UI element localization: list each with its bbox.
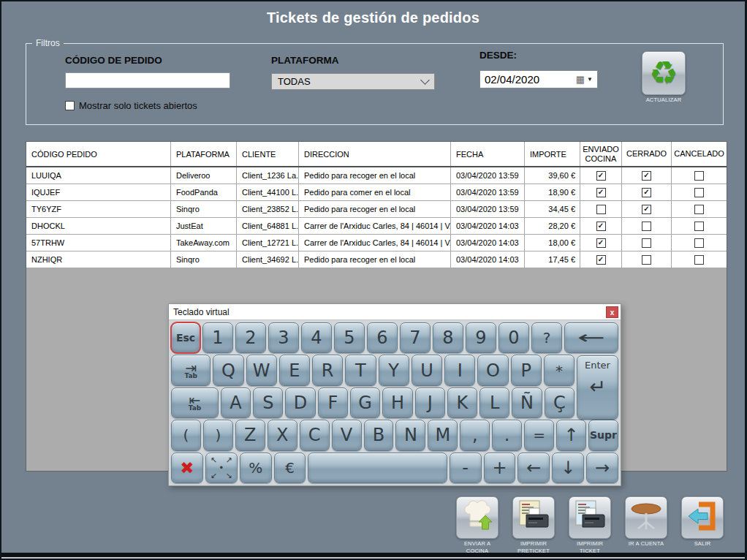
cancelado-checkbox[interactable] <box>694 188 704 197</box>
key-V[interactable]: V <box>332 420 362 450</box>
key-1[interactable]: 1 <box>202 322 233 353</box>
cancelado-checkbox[interactable] <box>694 255 704 265</box>
key-close-paren[interactable]: ) <box>203 420 233 450</box>
cancelado-checkbox[interactable] <box>694 222 704 231</box>
key-P[interactable]: P <box>511 355 542 385</box>
column-header-3[interactable]: DIRECCION <box>299 142 451 166</box>
key-0[interactable]: 0 <box>498 322 529 353</box>
key-O[interactable]: O <box>477 355 508 385</box>
table-row[interactable]: IQUJEFFoodPandaClient_44100 L...Pedido p… <box>26 184 727 201</box>
key-F[interactable]: F <box>318 387 348 418</box>
mostrar-tickets-abiertos-checkbox[interactable] <box>65 101 75 110</box>
key-2[interactable]: 2 <box>235 322 266 353</box>
key-arrow-right[interactable]: → <box>586 453 618 483</box>
cerrado-checkbox[interactable]: ✓ <box>642 171 651 181</box>
key-move[interactable]: ↖↗↙↘• <box>205 453 238 483</box>
key-S[interactable]: S <box>253 387 283 418</box>
cerrado-checkbox[interactable] <box>642 238 651 248</box>
column-header-4[interactable]: FECHA <box>451 142 525 166</box>
table-row[interactable]: LUUIQADeliverooClient_1236 La...Pedido p… <box>26 167 727 184</box>
enviado-checkbox[interactable]: ✓ <box>596 171 606 181</box>
key-6[interactable]: 6 <box>367 322 398 353</box>
enviado-checkbox[interactable]: ✓ <box>596 188 606 197</box>
key-9[interactable]: 9 <box>466 322 496 353</box>
column-header-1[interactable]: PLATAFORMA <box>171 142 237 166</box>
cancelado-checkbox[interactable] <box>694 171 704 181</box>
key-enter[interactable]: Enter↵ <box>577 355 618 420</box>
key-D[interactable]: D <box>285 387 315 418</box>
column-header-8[interactable]: CANCELADO <box>672 142 727 166</box>
cancelado-checkbox[interactable] <box>694 205 704 214</box>
key-U[interactable]: U <box>412 355 442 385</box>
enviado-checkbox[interactable]: ✓ <box>596 238 606 248</box>
key-tab[interactable]: ⇥Tab <box>171 355 211 385</box>
column-header-2[interactable]: CLIENTE <box>237 142 299 166</box>
column-header-6[interactable]: ENVIADO COCINA <box>580 142 622 166</box>
table-row[interactable]: TY6YZFSinqroClient_23852 L...Pedido para… <box>26 201 727 218</box>
key-X[interactable]: X <box>268 420 297 450</box>
cerrado-checkbox[interactable] <box>642 255 651 265</box>
key-J[interactable]: J <box>415 387 445 418</box>
key-W[interactable]: W <box>246 355 277 385</box>
key-minus[interactable]: - <box>450 453 482 483</box>
cerrado-checkbox[interactable]: ✓ <box>642 205 651 214</box>
salir-button[interactable]: SALIR <box>681 496 724 555</box>
enviado-checkbox[interactable] <box>596 205 606 214</box>
key-C[interactable]: C <box>300 420 330 450</box>
key-G[interactable]: G <box>350 387 380 418</box>
ir-a-cuenta-button[interactable]: IR A CUENTA <box>625 496 667 555</box>
key-L[interactable]: L <box>479 387 509 418</box>
key-arrow-up[interactable]: ↑ <box>556 420 586 450</box>
key-percent[interactable]: % <box>240 453 272 483</box>
key-Q[interactable]: Q <box>213 355 243 385</box>
key-H[interactable]: H <box>382 387 412 418</box>
desde-date-picker[interactable]: 02/04/2020 ▦ ▼ <box>479 70 598 88</box>
key-5[interactable]: 5 <box>334 322 365 353</box>
key-3[interactable]: 3 <box>268 322 299 353</box>
table-row[interactable]: DHOCKLJustEatClient_64881 L...Carrer de … <box>26 218 727 235</box>
key-backspace[interactable]: ← <box>564 322 618 353</box>
table-row[interactable]: NZHIQRSinqroClient_34692 L...Pedido para… <box>26 251 727 268</box>
key-question[interactable]: ? <box>531 322 562 353</box>
enviar-a-cocina-button[interactable]: ENVIAR A COCINA <box>456 496 498 555</box>
key-Ç[interactable]: Ç <box>545 387 575 418</box>
plataforma-select[interactable]: TODAS <box>271 73 435 90</box>
imprimir-preticket-button[interactable]: IMPRIMIR PRETICKET <box>512 496 555 555</box>
codigo-pedido-input[interactable] <box>65 72 230 88</box>
key-esc[interactable]: Esc <box>171 322 200 353</box>
key-Ñ[interactable]: Ñ <box>512 387 542 418</box>
key-I[interactable]: I <box>444 355 475 385</box>
key-R[interactable]: R <box>312 355 343 385</box>
column-header-0[interactable]: CÓDIGO PEDIDO <box>26 142 171 166</box>
key-7[interactable]: 7 <box>400 322 431 353</box>
key-T[interactable]: T <box>345 355 376 385</box>
key-supr[interactable]: Supr <box>588 420 618 450</box>
key-space[interactable] <box>308 453 447 483</box>
key-4[interactable]: 4 <box>301 322 332 353</box>
key-euro[interactable]: € <box>274 453 306 483</box>
key-equals[interactable]: = <box>524 420 554 450</box>
key-arrow-left[interactable]: ← <box>517 453 550 483</box>
key-K[interactable]: K <box>447 387 477 418</box>
key-Z[interactable]: Z <box>235 420 265 450</box>
key-Y[interactable]: Y <box>379 355 409 385</box>
key-A[interactable]: A <box>221 387 251 418</box>
imprimir-ticket-button[interactable]: IMPRIMIR TICKET <box>569 496 611 555</box>
cancelado-checkbox[interactable] <box>694 238 704 248</box>
key-B[interactable]: B <box>364 420 394 450</box>
cerrado-checkbox[interactable] <box>642 222 651 231</box>
column-header-5[interactable]: IMPORTE <box>525 142 580 166</box>
key-comma[interactable]: , <box>460 420 490 450</box>
close-icon[interactable]: x <box>606 306 618 318</box>
key-M[interactable]: M <box>428 420 458 450</box>
key-8[interactable]: 8 <box>433 322 463 353</box>
table-row[interactable]: 57TRHWTakeAway.comClient_12721 L...Carre… <box>26 235 727 251</box>
dialog-titlebar[interactable]: Teclado virtual x <box>169 304 621 320</box>
enviado-checkbox[interactable]: ✓ <box>596 222 606 231</box>
enviado-checkbox[interactable]: ✓ <box>596 255 606 265</box>
key-open-paren[interactable]: ( <box>171 420 201 450</box>
key-N[interactable]: N <box>395 420 425 450</box>
column-header-7[interactable]: CERRADO <box>622 142 672 166</box>
actualizar-button[interactable]: ♻ ACTUALIZAR <box>642 51 686 104</box>
key-arrow-down[interactable]: ↓ <box>552 453 584 483</box>
